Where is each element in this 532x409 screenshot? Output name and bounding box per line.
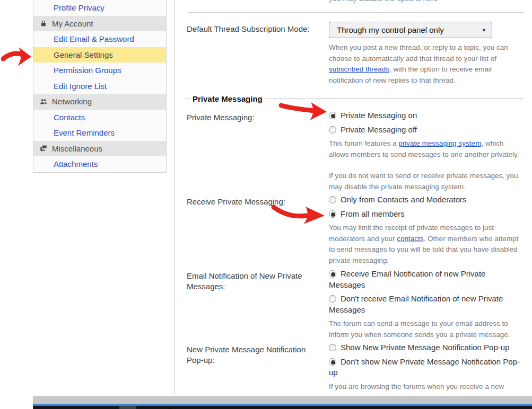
sidebar-item-contacts[interactable]: Contacts [33,110,166,126]
field-label: Private Messaging: [187,110,329,123]
field-label: Receive Private Messaging: [187,194,329,207]
section-title: Private Messaging [191,94,265,103]
help-text: You may limit the receipt of private mes… [329,223,524,266]
radio-option-receive-email-notification[interactable]: Receive Email Notification of new Privat… [329,269,524,290]
receive-private-messaging-row: Receive Private Messaging: Only from Con… [187,194,524,266]
field-label: Email Notification of New Private Messag… [187,269,329,292]
sidebar-item-label: Event Reminders [54,128,115,137]
popup-notification-row: New Private Message Notification Pop-up:… [187,342,524,392]
radio-option-pm-off[interactable]: Private Messaging off [329,125,524,136]
sidebar-item-label: Attachments [54,159,98,168]
clipped-help-text: you may disable the options here [329,0,524,5]
radio-label: From all members [341,209,405,218]
radio-button[interactable] [329,270,336,278]
dropdown-selected-value: Through my control panel only [337,25,444,34]
contacts-link[interactable]: contacts [397,235,423,243]
radio-label: Private Messaging off [341,125,417,134]
radio-option-dont-receive-email-notification[interactable]: Don't receive Email Notification of new … [329,294,524,315]
private-messaging-system-link[interactable]: private messaging system [398,139,481,147]
radio-option-pm-on[interactable]: Private Messaging on [329,110,524,121]
radio-option-show-popup[interactable]: Show New Private Message Notification Po… [329,342,524,353]
sidebar-item-edit-email-password[interactable]: Edit Email & Password [33,31,166,47]
radio-button[interactable] [329,210,336,218]
help-text: This forum features a private messaging … [329,138,524,160]
field-label: New Private Message Notification Pop-up: [187,342,329,366]
sidebar-item-event-reminders[interactable]: Event Reminders [33,125,166,141]
private-messaging-section-header: Private Messaging [187,94,524,103]
radio-button[interactable] [329,196,336,203]
taskbar-edge [33,406,532,409]
help-text: When you post a new thread, or reply to … [329,42,524,86]
sidebar-item-my-account[interactable]: My Account [33,16,166,32]
radio-option-only-contacts-moderators[interactable]: Only from Contacts and Moderators [329,194,524,206]
sidebar-item-label: Miscellaneous [52,144,102,153]
sidebar-item-attachments[interactable]: Attachments [33,156,166,172]
sidebar-item-miscellaneous[interactable]: Miscellaneous [33,141,166,157]
sidebar-item-label: Edit Email & Password [54,34,134,43]
radio-button[interactable] [329,344,336,351]
default-thread-subscription-row: Default Thread Subscription Mode: Throug… [187,22,524,86]
sidebar-item-label: Contacts [54,113,85,122]
radio-button[interactable] [329,295,336,303]
sidebar-item-label: General Settings [54,50,113,59]
radio-button[interactable] [329,112,336,119]
sidebar-item-networking[interactable]: Networking [33,94,166,110]
section-separator [187,12,524,13]
sidebar-item-label: Edit Ignore List [54,82,107,91]
thread-subscription-dropdown[interactable]: Through my control panel only ▼ [329,22,492,38]
field-label: Default Thread Subscription Mode: [187,22,329,34]
sidebar-item-profile-privacy[interactable]: Profile Privacy [33,0,166,16]
people-icon [40,98,47,105]
radio-label: Don't show New Private Message Notificat… [329,357,520,377]
radio-label: Only from Contacts and Moderators [341,195,467,204]
help-text: If you do not want to send or receive pr… [329,171,524,192]
radio-label: Receive Email Notification of new Privat… [329,269,485,289]
radio-option-from-all-members[interactable]: From all members [329,209,524,220]
radio-label: Private Messaging on [341,111,417,120]
sidebar-item-label: Networking [52,97,92,106]
chat-bubbles-icon [40,145,47,152]
dropdown-arrow-icon: ▼ [482,28,486,33]
settings-content-panel: you may disable the options here Default… [175,0,532,395]
radio-button[interactable] [329,126,336,134]
horizontal-scrollbar[interactable] [33,396,532,404]
radio-option-dont-show-popup[interactable]: Don't show New Private Message Notificat… [329,357,524,378]
sidebar-item-permission-groups[interactable]: Permission Groups [33,63,166,78]
radio-button[interactable] [329,358,336,366]
lock-icon [40,20,47,27]
radio-label: Show New Private Message Notification Po… [341,343,510,352]
sidebar-item-label: Permission Groups [54,66,121,75]
taskbar-item-edge [119,406,136,409]
red-arrow-general-settings [1,45,32,70]
taskbar-item-divider [169,406,171,409]
email-notification-row: Email Notification of New Private Messag… [187,269,524,340]
settings-sidebar: Profile Privacy My Account Edit Email & … [33,0,167,173]
sidebar-item-label: Profile Privacy [54,3,104,12]
private-messaging-row: Private Messaging: Private Messaging on … [187,110,524,192]
subscribed-threads-link[interactable]: subscribed threads [329,65,389,73]
help-text: The forum can send a message to your ema… [329,318,524,340]
radio-label: Don't receive Email Notification of new … [329,294,503,314]
help-text-clipped: If you are browsing the forums when you … [329,381,524,393]
sidebar-item-label: My Account [52,19,93,28]
sidebar-item-edit-ignore-list[interactable]: Edit Ignore List [33,78,166,94]
sidebar-item-general-settings[interactable]: General Settings [33,47,166,63]
